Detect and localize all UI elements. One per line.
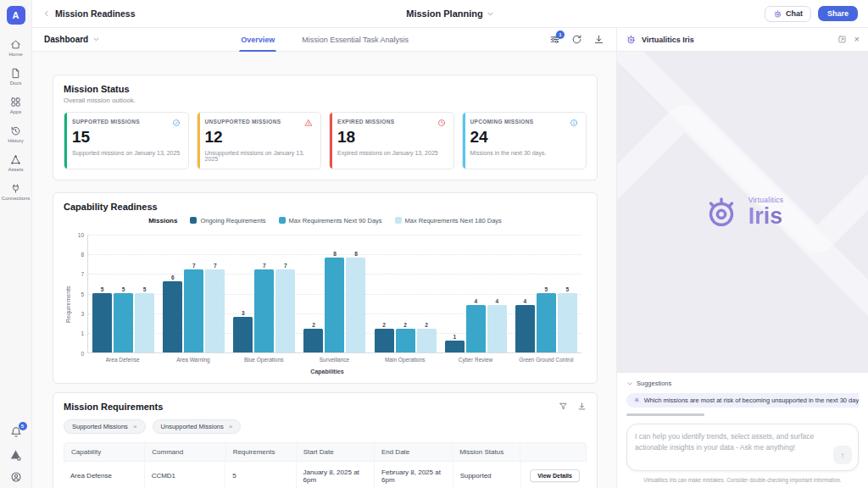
column-header[interactable]: Command bbox=[145, 443, 225, 461]
chevron-down-icon bbox=[487, 10, 494, 18]
suggestion-pill-label: Which missions are most at risk of becom… bbox=[644, 396, 859, 404]
chat-button[interactable]: Chat bbox=[765, 6, 811, 22]
open-in-window-icon[interactable] bbox=[837, 35, 847, 44]
chip-remove-icon[interactable]: × bbox=[133, 423, 137, 430]
status-card[interactable]: UPCOMING MISSIONS24Missions in the next … bbox=[462, 112, 587, 169]
tab-overview[interactable]: Overview bbox=[239, 28, 276, 51]
bar[interactable] bbox=[396, 329, 415, 352]
column-header[interactable]: Mission Status bbox=[453, 443, 520, 461]
plot-area: 01357810555677377288222144455 bbox=[87, 235, 581, 353]
bar[interactable] bbox=[184, 269, 203, 352]
sidebar-item-history[interactable]: History bbox=[8, 125, 24, 143]
x-tick-label: Blue Operations bbox=[229, 357, 299, 363]
column-header[interactable] bbox=[520, 443, 586, 461]
send-button[interactable]: ↑ bbox=[833, 446, 852, 464]
chip-remove-icon[interactable]: × bbox=[229, 423, 233, 430]
avatar[interactable]: A bbox=[7, 6, 25, 25]
legend-item[interactable]: Ongoing Requirements bbox=[190, 217, 265, 225]
bar-column: 7 bbox=[254, 235, 274, 352]
chevron-down-icon bbox=[626, 380, 633, 387]
sidebar-item-docs[interactable]: Docs bbox=[10, 68, 22, 86]
filter-chip[interactable]: Unsupported Missions× bbox=[153, 419, 242, 434]
bar-value-label: 2 bbox=[312, 322, 315, 328]
bar-column: 2 bbox=[303, 235, 323, 352]
sidebar-item-connections[interactable]: Connections bbox=[2, 183, 30, 201]
notifications-badge: 5 bbox=[19, 422, 27, 430]
bar-group: 455 bbox=[511, 235, 581, 352]
iris-eye-logo-icon bbox=[702, 192, 741, 231]
status-card-label: SUPPORTED MISSIONS bbox=[72, 119, 140, 125]
bar[interactable] bbox=[92, 293, 112, 352]
view-details-button[interactable]: View Details bbox=[530, 469, 580, 482]
suggestion-pills: ✳Which missions are most at risk of beco… bbox=[626, 393, 859, 408]
filter-chip[interactable]: Supported Missions× bbox=[64, 419, 146, 434]
refresh-button[interactable] bbox=[571, 34, 582, 45]
suggestions-label: Suggestions bbox=[637, 380, 671, 387]
suggestions-toggle[interactable]: Suggestions bbox=[626, 380, 859, 387]
notifications-button[interactable]: 5 bbox=[10, 426, 22, 438]
status-card[interactable]: EXPIRED MISSIONS18Expired missions on Ja… bbox=[329, 112, 454, 169]
bar-column: 2 bbox=[375, 235, 394, 352]
bar-column: 8 bbox=[346, 235, 365, 352]
bar[interactable] bbox=[114, 293, 133, 352]
bar[interactable] bbox=[346, 258, 365, 352]
table-tools bbox=[559, 402, 587, 411]
bar[interactable] bbox=[375, 329, 394, 352]
bar[interactable] bbox=[254, 269, 274, 352]
bar[interactable] bbox=[205, 269, 225, 352]
dashboard-selector[interactable]: Dashboard bbox=[44, 35, 100, 44]
suggestion-pill[interactable]: ✳Which missions are most at risk of beco… bbox=[626, 393, 859, 408]
y-tick-label: 10 bbox=[78, 231, 84, 237]
close-icon[interactable]: × bbox=[854, 35, 860, 44]
sidebar-item-home[interactable]: Home bbox=[8, 39, 22, 57]
home-icon bbox=[10, 39, 21, 50]
legend-item[interactable]: Max Requirements Next 180 Days bbox=[395, 217, 502, 225]
filter-chip-label: Supported Missions bbox=[72, 423, 128, 430]
x-tick-label: Surveillance bbox=[299, 357, 370, 363]
column-header[interactable]: Capability bbox=[64, 443, 145, 461]
column-header[interactable]: Requirements bbox=[226, 443, 297, 461]
mission-status-title: Mission Status bbox=[64, 84, 587, 94]
share-button[interactable]: Share bbox=[818, 6, 858, 21]
tab-mission-essential-task-analysis[interactable]: Mission Essential Task Analysis bbox=[300, 28, 410, 51]
bar[interactable] bbox=[466, 305, 486, 352]
breadcrumb-label: Mission Readiness bbox=[55, 8, 136, 19]
table-filter-icon[interactable] bbox=[559, 402, 568, 411]
bar[interactable] bbox=[233, 317, 253, 352]
bar-value-label: 7 bbox=[284, 263, 287, 269]
breadcrumb[interactable]: Mission Readiness bbox=[42, 8, 406, 19]
x-tick-label: Area Warning bbox=[158, 357, 228, 363]
iris-input[interactable] bbox=[635, 431, 825, 460]
bar[interactable] bbox=[417, 329, 437, 352]
bar[interactable] bbox=[325, 258, 344, 352]
filters-button[interactable]: 1 bbox=[549, 34, 560, 45]
legend-item[interactable]: Max Requirements Next 90 Days bbox=[279, 217, 382, 225]
column-header[interactable]: Start Date bbox=[297, 443, 375, 461]
chart-legend: MissionsOngoing RequirementsMax Requirem… bbox=[64, 217, 587, 225]
table-download-icon[interactable] bbox=[577, 402, 587, 411]
account-button[interactable] bbox=[10, 471, 22, 483]
sidebar-item-apps[interactable]: Apps bbox=[10, 97, 22, 114]
bar[interactable] bbox=[135, 293, 154, 352]
download-button[interactable] bbox=[593, 34, 604, 45]
column-header[interactable]: End Date bbox=[375, 443, 453, 461]
bar[interactable] bbox=[558, 293, 577, 352]
main-area: Dashboard OverviewMission Essential Task… bbox=[32, 28, 616, 488]
status-card[interactable]: UNSUPPORTED MISSIONS12Unsupported missio… bbox=[197, 112, 322, 169]
bar[interactable] bbox=[163, 281, 182, 352]
page-title[interactable]: Mission Planning bbox=[406, 8, 493, 19]
bar[interactable] bbox=[445, 341, 465, 352]
bar[interactable] bbox=[515, 305, 535, 352]
bar[interactable] bbox=[275, 269, 295, 352]
iris-panel-title: Virtualitics Iris bbox=[642, 36, 832, 44]
bar[interactable] bbox=[487, 305, 507, 352]
bar[interactable] bbox=[537, 293, 556, 352]
bar[interactable] bbox=[303, 329, 323, 352]
y-tick-label: 3 bbox=[81, 311, 84, 317]
bar-column: 5 bbox=[114, 235, 133, 352]
y-tick-label: 0 bbox=[81, 350, 84, 356]
assets-icon bbox=[10, 154, 21, 165]
status-card[interactable]: SUPPORTED MISSIONS15Supported missions o… bbox=[64, 112, 189, 169]
sidebar-item-assets[interactable]: Assets bbox=[8, 154, 23, 172]
suggestions-scrollbar[interactable] bbox=[626, 413, 704, 416]
